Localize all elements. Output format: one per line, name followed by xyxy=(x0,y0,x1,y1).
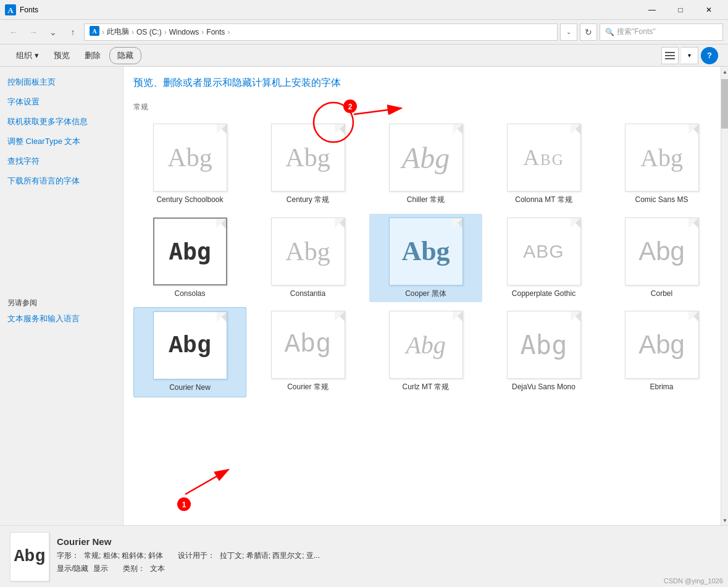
close-button[interactable]: ✕ xyxy=(695,0,723,20)
status-style-label: 字形： xyxy=(57,551,79,561)
up-button[interactable]: ↑ xyxy=(64,23,82,41)
hide-button[interactable]: 隐藏 xyxy=(109,47,141,64)
font-item-cooper[interactable]: Abg Cooper 黑体 xyxy=(369,214,482,303)
font-preview-century: Abg xyxy=(285,143,330,172)
font-name-curlz: Curlz MT 常规 xyxy=(403,382,450,392)
font-card-courier: Abg xyxy=(271,311,345,379)
font-preview-cooper: Abg xyxy=(401,235,450,267)
watermark: CSDN @ying_1026 xyxy=(664,577,723,585)
path-fonts[interactable]: Fonts xyxy=(206,28,225,36)
title-bar: A Fonts — □ ✕ xyxy=(0,0,728,20)
dropdown-nav-button[interactable]: ⌄ xyxy=(44,23,62,41)
font-preview-courier: Abg xyxy=(285,330,332,360)
path-computer[interactable]: 此电脑 xyxy=(107,27,129,37)
font-name-constantia: Constantia xyxy=(290,289,325,299)
view-dropdown-icon[interactable]: ▾ xyxy=(681,47,698,64)
status-showhide-value: 显示 xyxy=(93,564,108,574)
help-button[interactable]: ? xyxy=(701,47,718,64)
font-item-dejavu[interactable]: Abg DejaVu Sans Mono xyxy=(487,307,600,397)
font-name-courier-new: Courier New xyxy=(169,383,211,393)
preview-button[interactable]: 预览 xyxy=(48,47,76,64)
font-item-colonna[interactable]: Abg Colonna MT 常规 xyxy=(487,120,600,209)
sidebar-link-text-services[interactable]: 文本服务和输入语言 xyxy=(7,313,115,324)
font-card-cooper: Abg xyxy=(389,217,463,285)
font-name-cooper: Cooper 黑体 xyxy=(405,289,446,299)
font-preview-constantia: Abg xyxy=(285,237,330,266)
path-drive[interactable]: OS (C:) xyxy=(136,28,162,36)
address-path[interactable]: A › 此电脑 › OS (C:) › Windows › Fonts › xyxy=(84,23,558,41)
sidebar-link-font-settings[interactable]: 字体设置 xyxy=(7,96,115,108)
font-preview-comic: Abg xyxy=(640,143,683,172)
font-item-century[interactable]: Abg Century 常规 xyxy=(251,120,364,209)
path-separator-4: › xyxy=(201,28,204,36)
delete-button[interactable]: 删除 xyxy=(78,47,107,64)
content-area: 预览、删除或者显示和隐藏计算机上安装的字体 常规 Abg Century Sch… xyxy=(123,67,728,525)
font-item-curlz[interactable]: Abg Curlz MT 常规 xyxy=(369,307,482,397)
font-card-dejavu: Abg xyxy=(507,311,581,379)
font-preview-chiller: Abg xyxy=(402,141,450,175)
font-preview-copperplate: ABG xyxy=(523,241,564,262)
font-name-comic: Comic Sans MS xyxy=(635,195,688,205)
font-preview-consolas: Abg xyxy=(169,238,211,265)
status-designed-label: 设计用于： xyxy=(178,551,215,561)
font-item-courier-new[interactable]: Abg Courier New xyxy=(133,307,246,397)
font-preview-dejavu: Abg xyxy=(521,330,567,360)
path-separator-3: › xyxy=(164,28,167,36)
font-preview-ebrima: Abg xyxy=(638,330,685,360)
address-dropdown-button[interactable]: ⌄ xyxy=(560,23,577,41)
font-item-century-schoolbook[interactable]: Abg Century Schoolbook xyxy=(133,120,246,209)
font-item-copperplate[interactable]: ABG Copperplate Gothic xyxy=(487,214,600,303)
sidebar-link-get-fonts[interactable]: 联机获取更多字体信息 xyxy=(7,116,115,127)
font-card-century-schoolbook: Abg xyxy=(153,124,227,192)
sidebar-link-download[interactable]: 下载所有语言的字体 xyxy=(7,175,115,187)
font-item-courier[interactable]: Abg Courier 常规 xyxy=(251,307,364,397)
organize-button[interactable]: 组织 ▾ xyxy=(10,47,45,64)
toolbar: 组织 ▾ 预览 删除 隐藏 ▾ ? xyxy=(0,44,728,67)
sidebar-link-home[interactable]: 控制面板主页 xyxy=(7,77,115,88)
status-style-row: 字形： 常规; 粗体; 粗斜体; 斜体 设计用于： 拉丁文; 希腊语; 西里尔文… xyxy=(57,551,718,561)
svg-rect-5 xyxy=(665,55,675,56)
font-card-courier-new: Abg xyxy=(153,311,227,379)
status-showhide-row: 显示/隐藏 显示 类别： 文本 xyxy=(57,564,718,574)
status-preview-text: Abg xyxy=(14,547,45,566)
font-name-century: Century 常规 xyxy=(287,195,329,205)
minimize-button[interactable]: — xyxy=(638,0,666,20)
status-category-label: 类别： xyxy=(123,564,145,574)
font-item-ebrima[interactable]: Abg Ebrima xyxy=(605,307,718,397)
font-item-comic[interactable]: Abg Comic Sans MS xyxy=(605,120,718,209)
maximize-button[interactable]: □ xyxy=(666,0,695,20)
scroll-down-arrow[interactable]: ▼ xyxy=(721,515,728,525)
scrollbar-thumb[interactable] xyxy=(721,79,728,129)
sidebar-link-cleartype[interactable]: 调整 ClearType 文本 xyxy=(7,136,115,147)
font-name-dejavu: DejaVu Sans Mono xyxy=(512,382,575,392)
search-box[interactable]: 🔍 搜索"Fonts" xyxy=(600,23,723,41)
forward-button[interactable]: → xyxy=(25,23,42,41)
font-card-constantia: Abg xyxy=(271,217,345,285)
main-layout: 控制面板主页 字体设置 联机获取更多字体信息 调整 ClearType 文本 查… xyxy=(0,67,728,525)
font-card-comic: Abg xyxy=(625,124,699,192)
font-name-ebrima: Ebrima xyxy=(650,382,673,392)
scrollbar[interactable]: ▲ ▼ xyxy=(721,67,728,525)
status-designed-value: 拉丁文; 希腊语; 西里尔文; 亚... xyxy=(220,551,320,561)
font-name-corbel: Corbel xyxy=(651,289,672,299)
font-card-chiller: Abg xyxy=(389,124,463,192)
window-title: Fonts xyxy=(20,6,638,14)
font-item-consolas[interactable]: Abg Consolas xyxy=(133,214,246,303)
status-category-value: 文本 xyxy=(150,564,165,574)
scroll-up-arrow[interactable]: ▲ xyxy=(721,67,728,77)
font-item-constantia[interactable]: Abg Constantia xyxy=(251,214,364,303)
font-item-corbel[interactable]: Abg Corbel xyxy=(605,214,718,303)
back-button[interactable]: ← xyxy=(5,23,22,41)
view-options-button[interactable] xyxy=(661,47,679,64)
refresh-button[interactable]: ↻ xyxy=(580,23,597,41)
see-also-title: 另请参阅 xyxy=(7,298,115,308)
font-item-chiller[interactable]: Abg Chiller 常规 xyxy=(369,120,482,209)
status-info: Courier New 字形： 常规; 粗体; 粗斜体; 斜体 设计用于： 拉丁… xyxy=(57,536,718,576)
font-preview-colonna: Abg xyxy=(523,145,564,171)
font-card-curlz: Abg xyxy=(389,311,463,379)
font-name-century-schoolbook: Century Schoolbook xyxy=(156,195,223,205)
font-card-ebrima: Abg xyxy=(625,311,699,379)
path-windows[interactable]: Windows xyxy=(169,28,199,36)
sidebar-link-find-char[interactable]: 查找字符 xyxy=(7,156,115,167)
svg-text:A: A xyxy=(7,6,14,15)
